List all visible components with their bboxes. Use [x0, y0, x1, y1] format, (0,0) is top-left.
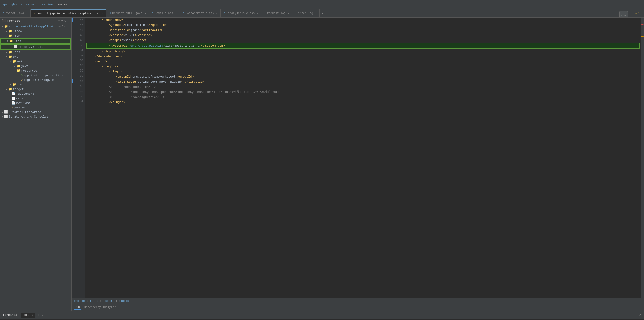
terminal-add-button[interactable]: + — [37, 313, 40, 317]
tab-request-log[interactable]: ≡ request.log ✕ — [262, 9, 292, 17]
tab-jedis[interactable]: C Jedis.class ✕ — [149, 9, 180, 17]
tab-class-icon: C — [223, 12, 225, 15]
code-line-48: <version>2.5.1</version> — [87, 33, 639, 38]
arrow-scratches: ▶ — [1, 115, 4, 118]
folder-icon-java: 📁 — [17, 64, 20, 68]
ln-54: 54 — [74, 63, 84, 68]
folder-icon-root: 📁 — [4, 25, 8, 28]
tree-label-mvnw: mvnw — [16, 97, 23, 100]
ln-53: 53 — [74, 58, 84, 63]
tree-item-src[interactable]: ▼ 📁 src — [0, 54, 72, 59]
tree-item-mvnw-cmd[interactable]: ▶ 📄 mvnw.cmd — [0, 101, 72, 105]
sidebar-icon-collapse[interactable]: ≡ — [62, 19, 63, 23]
ln-59: 59 — [74, 89, 84, 94]
tab-close[interactable]: ✕ — [288, 12, 290, 15]
tab-close[interactable]: ✕ — [175, 12, 177, 15]
tab-requestid[interactable]: J RequestIdUtil.java ✕ — [106, 9, 149, 17]
code-line-50: <systemPath>${project.basedir}/libs/jedi… — [86, 43, 640, 49]
tree-item-main[interactable]: ▼ 📁 main — [0, 59, 72, 64]
tree-label-scratches: Scratches and Consoles — [9, 115, 48, 118]
tab-binaryjedis[interactable]: C BinaryJedis.class ✕ — [220, 9, 262, 17]
tab-java-icon: J — [109, 12, 111, 15]
terminal-settings-icon[interactable]: ⚙ — [640, 313, 641, 317]
xml-icon: ⚙ — [21, 78, 23, 82]
tab-bar: J dvisor.java ✕ m pom.xml (springboot-fi… — [0, 9, 644, 17]
tab-close[interactable]: ✕ — [144, 12, 146, 15]
tree-item-jedis-jar[interactable]: ▶ ⬜ jedis-2.5.1.jar — [0, 44, 71, 50]
tab-hostandport[interactable]: C HostAndPort.class ✕ — [180, 9, 221, 17]
tree-label-pom: pom.xml — [14, 106, 27, 109]
tree-item-idea[interactable]: ▶ 📁 .idea — [0, 29, 72, 33]
tab-close[interactable]: ✕ — [315, 12, 317, 15]
tab-java-icon: J — [3, 12, 4, 15]
title-separator: › — [54, 3, 56, 6]
terminal-header: Terminal: Local ✕ + ▾ ⚙ — [0, 311, 644, 319]
code-line-57: <artifactId>spring-boot-maven-plugin</ar… — [87, 79, 639, 84]
tab-label: BinaryJedis.class — [226, 12, 254, 15]
tree-item-gitignore[interactable]: ▶ 📄 .gitignore — [0, 91, 72, 96]
tab-overflow[interactable]: ▾ — [320, 9, 325, 17]
folder-icon-src: 📁 — [8, 55, 12, 59]
warning-count-area: ⚠ 16 — [632, 9, 644, 17]
maven-tooltip[interactable]: m ✕ — [619, 11, 628, 17]
breadcrumb-plugins: plugins — [103, 300, 114, 303]
tree-item-ext-libs[interactable]: ▶ ⬜ External Libraries — [0, 110, 72, 114]
sidebar-header: ⬛ Project ⊕ ≡ ⚙ – — [0, 17, 72, 24]
tab-close[interactable]: ✕ — [102, 12, 104, 15]
tree-item-logs[interactable]: ▶ 📁 logs — [0, 50, 72, 54]
ln-50: 50 — [74, 43, 84, 48]
tab-close[interactable]: ✕ — [26, 12, 28, 15]
tab-label: HostAndPort.class — [186, 12, 214, 15]
tab-close[interactable]: ✕ — [216, 12, 218, 15]
tree-item-logback[interactable]: ▶ ⚙ logback-spring.xml — [0, 78, 72, 82]
tree-item-pom[interactable]: ▶ m pom.xml — [0, 105, 72, 110]
tree-item-resources[interactable]: ▼ 📁 resources — [0, 68, 72, 73]
ln-58: 58 — [74, 84, 84, 89]
breadcrumb-sep-1: › — [87, 300, 88, 303]
tree-item-root[interactable]: ▼ 📁 springboot-first-application ~/wo — [0, 24, 72, 29]
sidebar-icon-close[interactable]: – — [68, 19, 70, 23]
maven-close-icon[interactable]: ✕ — [624, 14, 626, 17]
breadcrumb-project: project — [74, 300, 86, 303]
file-icon-pom: m — [12, 106, 14, 109]
tab-pom[interactable]: m pom.xml (springboot-first-application)… — [31, 9, 106, 17]
code-line-49: <scope>system</scope> — [87, 38, 639, 43]
file-icon-gitignore: 📄 — [12, 92, 15, 96]
tree-item-test[interactable]: ▶ 📁 test — [0, 82, 72, 87]
tab-error-log[interactable]: ≡ error.log ✕ — [292, 9, 320, 17]
tree-item-app-prop[interactable]: ▶ ⚙ application.properties — [0, 73, 72, 78]
tree-item-target[interactable]: ▶ 📁 target — [0, 87, 72, 91]
arrow-idea: ▶ — [5, 30, 8, 33]
breadcrumb-build: build — [90, 300, 98, 303]
terminal-tab-local[interactable]: Local ✕ — [21, 313, 35, 318]
sidebar-icon-sync[interactable]: ⊕ — [58, 19, 60, 23]
terminal-tab-label: Local — [23, 314, 31, 317]
code-line-46: <groupId>redis.clients</groupId> — [87, 23, 639, 28]
tree-item-libs[interactable]: ▼ 📁 libs — [0, 38, 71, 44]
sidebar-icon-gear[interactable]: ⚙ — [64, 19, 66, 23]
tab-text[interactable]: Text — [74, 306, 80, 310]
tree-item-java[interactable]: ▶ 📁 java — [0, 64, 72, 68]
tree-label-jedis-jar: jedis-2.5.1.jar — [18, 45, 45, 49]
tree-item-scratches[interactable]: ▶ ⬜ Scratches and Consoles — [0, 114, 72, 119]
tree-label-app-prop: application.properties — [24, 74, 63, 77]
folder-icon-mvn: 📁 — [8, 34, 12, 38]
terminal-dropdown[interactable]: ▾ — [42, 314, 43, 317]
editor-content: 45 46 47 48 49 50 51 52 53 54 55 56 57 5… — [72, 17, 644, 298]
tree-item-mvnw[interactable]: ▶ 📄 mvnw — [0, 96, 72, 101]
tab-close[interactable]: ✕ — [257, 12, 258, 15]
tree-label-libs: libs — [14, 39, 21, 43]
tab-dependency-analyzer[interactable]: Dependency Analyzer — [84, 306, 116, 309]
ln-60: 60 — [74, 94, 84, 99]
tab-log-icon: ≡ — [295, 12, 296, 15]
ln-49: 49 — [74, 38, 84, 43]
tab-maven-icon: m — [34, 12, 35, 15]
tab-class-icon: C — [152, 12, 154, 15]
code-area[interactable]: <dependency> <groupId>redis.clients</gro… — [86, 17, 641, 298]
tab-advisor[interactable]: J dvisor.java ✕ — [0, 9, 31, 17]
tree-label-java: java — [21, 64, 28, 68]
terminal-tab-close[interactable]: ✕ — [32, 314, 34, 317]
ln-57: 57 — [74, 78, 84, 84]
tree-item-mvn[interactable]: ▶ 📁 .mvn — [0, 33, 72, 38]
ln-48: 48 — [74, 33, 84, 38]
